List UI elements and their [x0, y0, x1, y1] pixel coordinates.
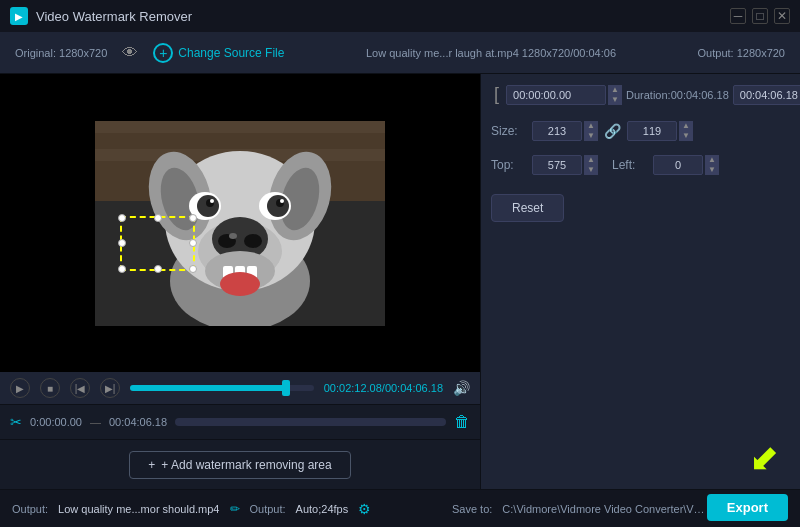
clip-separator: — — [90, 416, 101, 428]
clip-start-time: 0:00:00.00 — [30, 416, 82, 428]
minimize-button[interactable]: ─ — [730, 8, 746, 24]
left-down[interactable]: ▼ — [705, 165, 719, 175]
reset-button[interactable]: Reset — [491, 194, 564, 222]
plus-icon: + — [148, 458, 155, 472]
left-label: Left: — [612, 158, 647, 172]
resize-handle-tr[interactable] — [189, 214, 197, 222]
start-time-spinners: ▲ ▼ — [608, 85, 622, 105]
save-to-label: Save to: — [452, 503, 492, 515]
window-controls: ─ □ ✕ — [730, 8, 790, 24]
main-content: ▶ ■ |◀ ▶| 00:02:12.08/00:04:06.18 🔊 ✂ 0:… — [0, 74, 800, 489]
stop-button[interactable]: ■ — [40, 378, 60, 398]
resize-handle-tl[interactable] — [118, 214, 126, 222]
output-filename: Low quality me...mor should.mp4 — [58, 503, 219, 515]
bottom-bar: Output: Low quality me...mor should.mp4 … — [0, 489, 800, 527]
export-arrow-icon: ⬇ — [737, 435, 788, 486]
next-frame-button[interactable]: ▶| — [100, 378, 120, 398]
edit-filename-icon[interactable]: ✏ — [230, 502, 240, 516]
right-panel: [ ▲ ▼ Duration:00:04:06.18 ▲ ▼ ] Size: — [480, 74, 800, 489]
file-info: Low quality me...r laugh at.mp4 1280x720… — [299, 47, 682, 59]
resize-handle-bl[interactable] — [118, 265, 126, 273]
add-watermark-button[interactable]: + + Add watermark removing area — [129, 451, 350, 479]
play-button[interactable]: ▶ — [10, 378, 30, 398]
app-title: Video Watermark Remover — [36, 9, 192, 24]
timeline-thumb[interactable] — [282, 380, 290, 396]
add-watermark-label: + Add watermark removing area — [161, 458, 331, 472]
settings-icon[interactable]: ⚙ — [358, 501, 371, 517]
top-label: Top: — [491, 158, 526, 172]
start-time-up[interactable]: ▲ — [608, 85, 622, 95]
height-group: ▲ ▼ — [627, 121, 693, 141]
clip-bar[interactable] — [175, 418, 446, 426]
resize-handle-ml[interactable] — [118, 239, 126, 247]
eye-icon[interactable]: 👁 — [122, 44, 138, 62]
size-group: Size: ▲ ▼ 🔗 ▲ ▼ — [491, 121, 790, 141]
maximize-button[interactable]: □ — [752, 8, 768, 24]
left-input[interactable] — [653, 155, 703, 175]
svg-point-23 — [280, 199, 284, 203]
change-source-label: Change Source File — [178, 46, 284, 60]
top-input[interactable] — [532, 155, 582, 175]
bracket-open: [ — [491, 84, 502, 105]
reset-container: Reset — [491, 189, 790, 222]
volume-icon[interactable]: 🔊 — [453, 380, 470, 396]
svg-rect-2 — [95, 121, 385, 133]
left-group: ▲ ▼ — [653, 155, 719, 175]
svg-point-14 — [244, 234, 262, 248]
toolbar: Original: 1280x720 👁 + Change Source Fil… — [0, 32, 800, 74]
top-up[interactable]: ▲ — [584, 155, 598, 165]
video-frame — [95, 121, 385, 326]
video-preview — [0, 74, 480, 372]
clip-end-time: 00:04:06.18 — [109, 416, 167, 428]
start-time-input[interactable] — [506, 85, 606, 105]
timeline-progress — [130, 385, 286, 391]
time-segment: [ ▲ ▼ Duration:00:04:06.18 ▲ ▼ ] — [491, 84, 790, 105]
link-icon[interactable]: 🔗 — [604, 123, 621, 139]
add-watermark-area: + + Add watermark removing area — [0, 439, 480, 489]
title-bar: ▶ Video Watermark Remover ─ □ ✕ — [0, 0, 800, 32]
width-down[interactable]: ▼ — [584, 131, 598, 141]
start-time-down[interactable]: ▼ — [608, 95, 622, 105]
left-up[interactable]: ▲ — [705, 155, 719, 165]
output-format: Auto;24fps — [296, 503, 349, 515]
width-spinners: ▲ ▼ — [584, 121, 598, 141]
output-label: Output: — [12, 503, 48, 515]
resize-handle-bm[interactable] — [154, 265, 162, 273]
export-button[interactable]: Export — [707, 494, 788, 521]
duration-label: Duration:00:04:06.18 — [626, 89, 729, 101]
svg-rect-3 — [95, 135, 385, 147]
svg-point-28 — [220, 272, 260, 296]
height-down[interactable]: ▼ — [679, 131, 693, 141]
top-group: ▲ ▼ — [532, 155, 598, 175]
export-hint: ⬇ — [491, 230, 790, 479]
resize-handle-tm[interactable] — [154, 214, 162, 222]
start-time-group: ▲ ▼ — [506, 85, 622, 105]
svg-point-22 — [210, 199, 214, 203]
app-icon: ▶ — [10, 7, 28, 25]
end-time-group: ▲ ▼ — [733, 85, 800, 105]
width-group: ▲ ▼ — [532, 121, 598, 141]
close-button[interactable]: ✕ — [774, 8, 790, 24]
timeline-bar[interactable] — [130, 385, 314, 391]
width-up[interactable]: ▲ — [584, 121, 598, 131]
height-up[interactable]: ▲ — [679, 121, 693, 131]
original-label: Original: 1280x720 — [15, 47, 107, 59]
left-spinners: ▲ ▼ — [705, 155, 719, 175]
change-source-button[interactable]: + Change Source File — [153, 43, 284, 63]
height-input[interactable] — [627, 121, 677, 141]
video-area: ▶ ■ |◀ ▶| 00:02:12.08/00:04:06.18 🔊 ✂ 0:… — [0, 74, 480, 489]
position-group: Top: ▲ ▼ Left: ▲ ▼ — [491, 155, 790, 175]
top-down[interactable]: ▼ — [584, 165, 598, 175]
prev-frame-button[interactable]: |◀ — [70, 378, 90, 398]
watermark-selection-box[interactable] — [120, 216, 195, 271]
resize-handle-br[interactable] — [189, 265, 197, 273]
trash-icon[interactable]: 🗑 — [454, 413, 470, 431]
svg-point-15 — [229, 233, 237, 239]
plus-circle-icon: + — [153, 43, 173, 63]
time-display: 00:02:12.08/00:04:06.18 — [324, 382, 443, 394]
end-time-input[interactable] — [733, 85, 800, 105]
top-spinners: ▲ ▼ — [584, 155, 598, 175]
width-input[interactable] — [532, 121, 582, 141]
size-label: Size: — [491, 124, 526, 138]
resize-handle-mr[interactable] — [189, 239, 197, 247]
